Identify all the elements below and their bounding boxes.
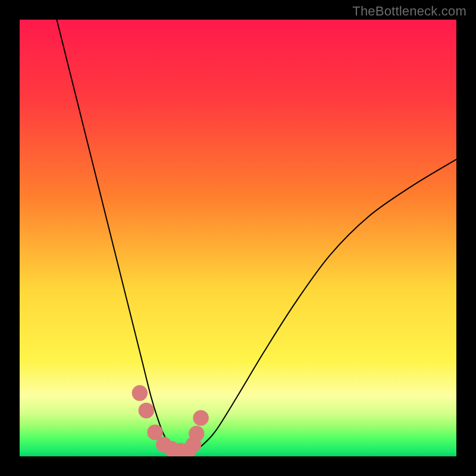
data-point	[193, 410, 208, 425]
data-point	[189, 426, 204, 441]
data-point-markers	[132, 385, 209, 456]
data-point	[132, 385, 148, 400]
bottleneck-curve	[57, 20, 456, 451]
chart-frame: TheBottleneck.com	[0, 0, 476, 476]
curve-layer	[20, 20, 456, 456]
plot-area	[20, 20, 456, 456]
watermark-text: TheBottleneck.com	[352, 4, 466, 19]
data-point	[139, 403, 154, 418]
